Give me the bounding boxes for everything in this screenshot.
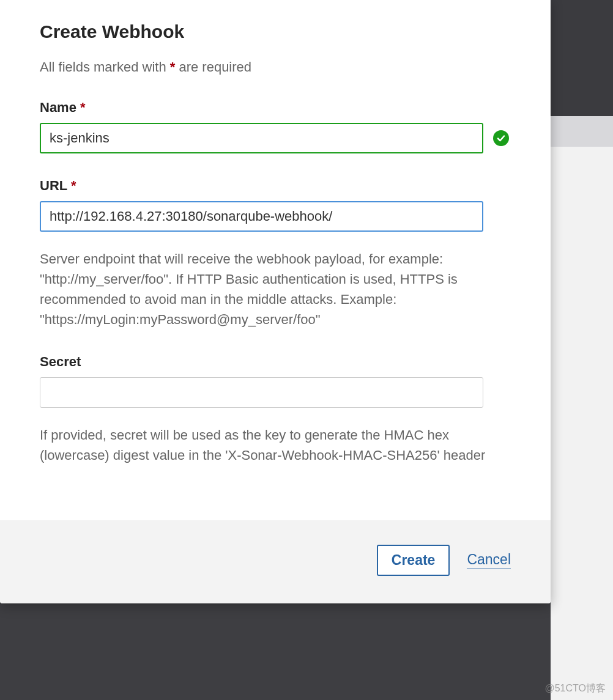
secret-input-row — [40, 377, 511, 408]
cancel-link[interactable]: Cancel — [467, 551, 511, 569]
url-help-text: Server endpoint that will receive the we… — [40, 249, 511, 330]
secret-help-text: If provided, secret will be used as the … — [40, 425, 511, 465]
create-button[interactable]: Create — [377, 545, 450, 576]
required-note-prefix: All fields marked with — [40, 59, 170, 75]
url-field-group: URL * Server endpoint that will receive … — [40, 178, 511, 330]
url-input-row — [40, 201, 511, 232]
secret-field-group: Secret If provided, secret will be used … — [40, 354, 511, 465]
name-label-text: Name — [40, 100, 76, 115]
name-input-row — [40, 123, 511, 153]
modal-body: Create Webhook All fields marked with * … — [0, 0, 551, 520]
url-label: URL * — [40, 178, 511, 194]
secret-input[interactable] — [40, 377, 483, 408]
url-input[interactable] — [40, 201, 483, 232]
required-asterisk: * — [71, 178, 76, 193]
background-dark-strip — [551, 0, 613, 116]
background-mid-strip — [551, 116, 613, 147]
background-light-strip — [551, 147, 613, 700]
watermark-text: @51CTO博客 — [544, 682, 606, 695]
modal-title: Create Webhook — [40, 21, 511, 42]
modal-footer: Create Cancel — [0, 520, 551, 603]
secret-label-text: Secret — [40, 354, 81, 369]
required-asterisk: * — [80, 100, 86, 115]
required-note: All fields marked with * are required — [40, 59, 511, 75]
name-label: Name * — [40, 100, 511, 116]
required-note-suffix: are required — [175, 59, 251, 75]
name-input[interactable] — [40, 123, 483, 153]
name-field-group: Name * — [40, 100, 511, 153]
url-label-text: URL — [40, 178, 67, 193]
check-circle-icon — [493, 130, 509, 146]
create-webhook-modal: Create Webhook All fields marked with * … — [0, 0, 551, 603]
secret-label: Secret — [40, 354, 511, 370]
